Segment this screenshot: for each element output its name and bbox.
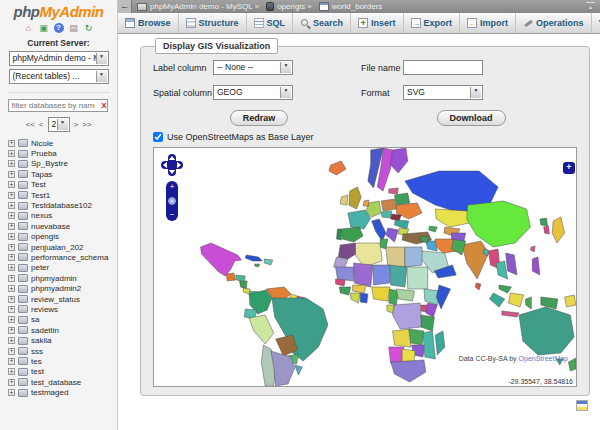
- help-icon[interactable]: ?: [54, 23, 64, 33]
- database-item-penjualan_202[interactable]: penjualan_202: [0, 242, 117, 252]
- clear-filter-icon[interactable]: X: [101, 101, 106, 110]
- database-item-Test1[interactable]: Test1: [0, 190, 117, 200]
- database-name[interactable]: peter: [31, 263, 49, 272]
- database-name[interactable]: performance_schema: [31, 253, 108, 262]
- map-pan-control[interactable]: [160, 153, 184, 177]
- page-last-link[interactable]: >>: [82, 120, 91, 129]
- file-name-input[interactable]: [403, 60, 483, 75]
- expand-icon[interactable]: [8, 150, 15, 157]
- download-button[interactable]: Download: [437, 110, 506, 126]
- database-item-Test[interactable]: Test: [0, 180, 117, 190]
- expand-icon[interactable]: [8, 348, 15, 355]
- zoom-world-icon[interactable]: [168, 197, 176, 205]
- page-select[interactable]: 2: [48, 117, 70, 132]
- database-item-opengis[interactable]: opengis: [0, 232, 117, 242]
- database-item-nuevabase[interactable]: nuevabase: [0, 221, 117, 231]
- database-item-sakila[interactable]: sakila: [0, 335, 117, 345]
- expand-icon[interactable]: [8, 202, 15, 209]
- database-item-Sp_Bystre[interactable]: Sp_Bystre: [0, 159, 117, 169]
- chevron-down-icon[interactable]: [470, 87, 481, 98]
- database-name[interactable]: test_database: [31, 378, 81, 387]
- expand-icon[interactable]: [8, 160, 15, 167]
- database-name[interactable]: sss: [31, 347, 43, 356]
- docs-icon[interactable]: ▤: [69, 23, 79, 33]
- expand-icon[interactable]: [8, 327, 15, 334]
- expand-icon[interactable]: [8, 316, 15, 323]
- database-item-phpmyadmin2[interactable]: phpmyadmin2: [0, 283, 117, 293]
- home-icon[interactable]: ⌂: [24, 23, 34, 33]
- expand-icon[interactable]: [8, 306, 15, 313]
- database-item-testmaged[interactable]: testmaged: [0, 387, 117, 397]
- expand-icon[interactable]: [8, 223, 15, 230]
- breadcrumb-server[interactable]: phpMyAdmin demo - MySQL: [150, 2, 253, 11]
- tab-insert[interactable]: Insert: [351, 13, 404, 33]
- expand-icon[interactable]: [8, 244, 15, 251]
- database-name[interactable]: Tapas: [31, 170, 52, 179]
- expand-icon[interactable]: [8, 275, 15, 282]
- database-item-sss[interactable]: sss: [0, 346, 117, 356]
- database-item-performance_schema[interactable]: performance_schema: [0, 252, 117, 262]
- database-item-test[interactable]: test: [0, 367, 117, 377]
- expand-icon[interactable]: [8, 296, 15, 303]
- database-name[interactable]: Sp_Bystre: [31, 159, 68, 168]
- tab-export[interactable]: Export: [404, 13, 461, 33]
- database-item-tes[interactable]: tes: [0, 356, 117, 366]
- zoom-out-icon[interactable]: −: [166, 211, 178, 219]
- zoom-in-icon[interactable]: +: [166, 183, 178, 191]
- database-item-test_database[interactable]: test_database: [0, 377, 117, 387]
- expand-icon[interactable]: [8, 140, 15, 147]
- layer-switcher-button[interactable]: +: [563, 162, 575, 174]
- database-item-Nicole[interactable]: Nicole: [0, 138, 117, 148]
- chevron-down-icon[interactable]: [280, 87, 291, 98]
- database-item-peter[interactable]: peter: [0, 263, 117, 273]
- spatial-column-select[interactable]: GEOG: [213, 85, 293, 100]
- database-name[interactable]: Nicole: [31, 139, 53, 148]
- database-item-phpmyadmin[interactable]: phpmyadmin: [0, 273, 117, 283]
- database-name[interactable]: Test: [31, 180, 46, 189]
- database-name[interactable]: Testdatabase102: [31, 201, 92, 210]
- label-column-select[interactable]: -- None --: [213, 60, 293, 75]
- new-window-icon[interactable]: [576, 400, 588, 411]
- chevron-down-icon[interactable]: [96, 71, 107, 82]
- database-name[interactable]: Test1: [31, 191, 50, 200]
- database-item-nexus[interactable]: nexus: [0, 211, 117, 221]
- database-name[interactable]: nexus: [31, 211, 52, 220]
- breadcrumb-table[interactable]: world_borders: [332, 2, 383, 11]
- breadcrumb-database[interactable]: opengis: [277, 2, 305, 11]
- database-name[interactable]: reviews: [31, 305, 58, 314]
- expand-icon[interactable]: [8, 337, 15, 344]
- osm-base-layer-label[interactable]: Use OpenStreetMaps as Base Layer: [167, 132, 314, 142]
- expand-icon[interactable]: [8, 264, 15, 271]
- tab-browse[interactable]: Browse: [118, 13, 179, 33]
- chevron-down-icon[interactable]: [96, 53, 107, 64]
- database-name[interactable]: nuevabase: [31, 222, 70, 231]
- phpmyadmin-logo[interactable]: phpMyAdmin: [0, 0, 117, 20]
- osm-base-layer-checkbox[interactable]: [153, 132, 163, 142]
- map-zoom-control[interactable]: + −: [166, 181, 178, 221]
- database-name[interactable]: sakila: [31, 336, 51, 345]
- chevron-down-icon[interactable]: [57, 119, 68, 130]
- expand-icon[interactable]: [8, 285, 15, 292]
- expand-icon[interactable]: [8, 389, 15, 396]
- database-name[interactable]: sadettin: [31, 326, 59, 335]
- expand-icon[interactable]: [8, 212, 15, 219]
- expand-icon[interactable]: [8, 233, 15, 240]
- server-select[interactable]: phpMyAdmin demo - My: [9, 51, 109, 66]
- database-item-sa[interactable]: sa: [0, 315, 117, 325]
- expand-icon[interactable]: [8, 192, 15, 199]
- database-name[interactable]: testmaged: [31, 388, 68, 397]
- database-item-sadettin[interactable]: sadettin: [0, 325, 117, 335]
- database-item-Testdatabase102[interactable]: Testdatabase102: [0, 200, 117, 210]
- tab-search[interactable]: Search: [293, 13, 351, 33]
- page-next-link[interactable]: >: [74, 120, 79, 129]
- openstreetmap-link[interactable]: OpenStreetMap: [519, 355, 568, 362]
- database-filter-input[interactable]: [8, 99, 108, 112]
- database-name[interactable]: phpmyadmin2: [31, 284, 81, 293]
- database-name[interactable]: penjualan_202: [31, 243, 84, 252]
- expand-icon[interactable]: [8, 181, 15, 188]
- expand-icon[interactable]: [8, 379, 15, 386]
- page-prev-link[interactable]: <: [39, 120, 44, 129]
- chevron-down-icon[interactable]: [280, 62, 291, 73]
- tab-import[interactable]: Import: [460, 13, 516, 33]
- page-first-link[interactable]: <<: [25, 120, 34, 129]
